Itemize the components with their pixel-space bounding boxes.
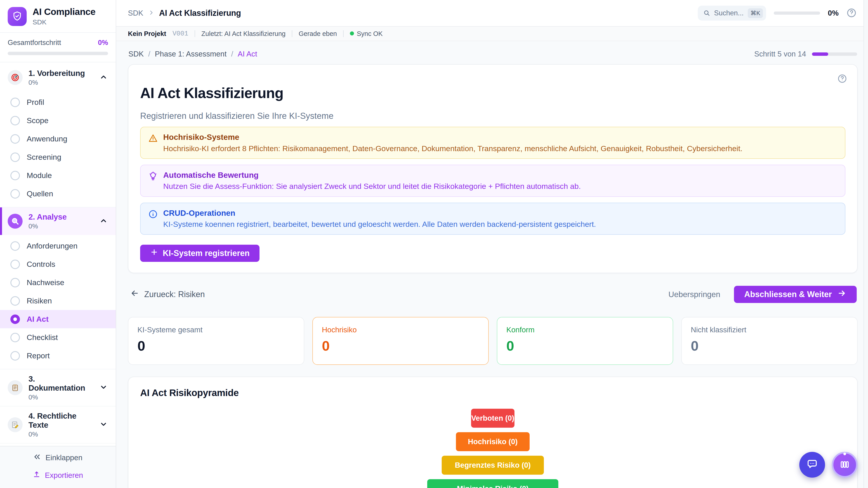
sidebar-item-label: Report xyxy=(27,351,50,360)
sidebar-item-label: Scope xyxy=(27,116,49,125)
sidebar-item-label: Nachweise xyxy=(27,278,64,287)
sidebar: AI Compliance SDK Gesamtfortschritt 0% 1… xyxy=(0,0,116,488)
sidebar-item-screening[interactable]: Screening xyxy=(0,148,116,166)
topbar-progress-bar xyxy=(774,11,820,15)
page-subtitle: Registrieren und klassifizieren Sie Ihre… xyxy=(140,111,845,121)
sidebar-item-controls[interactable]: Controls xyxy=(0,255,116,273)
stat-label: Hochrisiko xyxy=(322,326,479,334)
app-subtitle: SDK xyxy=(33,18,95,26)
radio-icon xyxy=(10,116,20,125)
overall-progress-label: Gesamtfortschritt xyxy=(8,39,61,47)
chat-fab-button[interactable] xyxy=(799,452,825,478)
sidebar-item-profil[interactable]: Profil xyxy=(0,93,116,111)
export-button[interactable]: Exportieren xyxy=(31,470,85,480)
warning-triangle-icon xyxy=(148,133,158,153)
topbar-progress-value: 0% xyxy=(828,9,839,18)
sidebar-nav: 1. Vorbereitung 0% ProfilScopeAnwendungS… xyxy=(0,62,116,446)
sidebar-item-scope[interactable]: Scope xyxy=(0,111,116,130)
radio-selected-icon xyxy=(10,315,20,324)
apps-fab-button[interactable] xyxy=(832,452,858,478)
sidebar-item-checklist[interactable]: Checklist xyxy=(0,328,116,347)
crumb-separator: / xyxy=(231,50,233,58)
chevron-down-icon xyxy=(99,383,107,392)
section-title: 1. Vorbereitung xyxy=(29,69,85,77)
last-sync-time: Gerade eben xyxy=(299,30,337,37)
risk-pyramid-card: AI Act Risikopyramide Verboten (0)Hochri… xyxy=(128,377,858,488)
sidebar-item-nachweise[interactable]: Nachweise xyxy=(0,273,116,292)
pyramid-level-hochrisiko: Hochrisiko (0) xyxy=(456,432,530,451)
crumb-current: AI Act xyxy=(238,50,257,58)
pyramid-level-verboten: Verboten (0) xyxy=(471,409,515,428)
section-header-betrieb[interactable]: ⚙ 5. Betrieb 0% xyxy=(0,444,116,446)
radio-icon xyxy=(10,153,20,162)
stat-value: 0 xyxy=(137,338,295,354)
export-label: Exportieren xyxy=(45,471,83,480)
scrollbar[interactable] xyxy=(864,0,868,488)
help-button[interactable] xyxy=(846,8,857,19)
radio-icon xyxy=(10,134,20,144)
target-icon xyxy=(8,70,23,85)
step-label: Schritt 5 von 14 xyxy=(754,50,806,58)
section-rechtliche-texte: 4. Rechtliche Texte 0% xyxy=(0,406,116,444)
section-betrieb: ⚙ 5. Betrieb 0% xyxy=(0,444,116,446)
overall-progress-value: 0% xyxy=(98,39,108,47)
register-ki-system-button[interactable]: KI-System registrieren xyxy=(140,245,259,262)
finish-next-button[interactable]: Abschliessen & Weiter xyxy=(734,286,857,303)
lightbulb-icon xyxy=(148,171,158,191)
breadcrumb-current: AI Act Klassifizierung xyxy=(159,8,241,18)
section-header-rechtliche-texte[interactable]: 4. Rechtliche Texte 0% xyxy=(0,406,116,443)
app-title: AI Compliance xyxy=(33,7,95,17)
radio-icon xyxy=(10,98,20,107)
content-area: SDK / Phase 1: Assessment / AI Act Schri… xyxy=(116,41,864,488)
search-input[interactable]: Suchen... ⌘K xyxy=(698,6,766,21)
pyramid-level-begrenztes-risiko: Begrenztes Risiko (0) xyxy=(442,456,544,475)
sidebar-item-quellen[interactable]: Quellen xyxy=(0,185,116,203)
sidebar-item-label: Profil xyxy=(27,98,44,107)
section-vorbereitung: 1. Vorbereitung 0% ProfilScopeAnwendungS… xyxy=(0,64,116,207)
last-activity: Zuletzt: AI Act Klassifizierung xyxy=(202,30,285,37)
section-header-analyse[interactable]: 2. Analyse 0% xyxy=(0,207,116,235)
sidebar-item-ai-act[interactable]: AI Act xyxy=(0,310,116,328)
section-header-vorbereitung[interactable]: 1. Vorbereitung 0% xyxy=(0,64,116,91)
stat-label: KI-Systeme gesamt xyxy=(137,326,295,334)
page-title: AI Act Klassifizierung xyxy=(140,85,845,101)
page-breadcrumb-row: SDK / Phase 1: Assessment / AI Act Schri… xyxy=(128,46,858,61)
step-indicator: Schritt 5 von 14 xyxy=(754,50,857,58)
pyramid-title: AI Act Risikopyramide xyxy=(140,387,845,398)
sidebar-item-module[interactable]: Module xyxy=(0,166,116,185)
sync-status: Sync OK xyxy=(350,30,382,37)
stat-value: 0 xyxy=(691,338,848,354)
sidebar-item-report[interactable]: Report xyxy=(0,347,116,365)
back-label: Zurueck: Risiken xyxy=(144,290,205,299)
crumb-phase[interactable]: Phase 1: Assessment xyxy=(155,50,226,58)
radio-icon xyxy=(10,260,20,269)
callout-title: CRUD-Operationen xyxy=(163,208,596,218)
skip-button[interactable]: Ueberspringen xyxy=(667,290,722,299)
divider xyxy=(343,30,344,37)
callout-body: KI-Systeme koennen registriert, bearbeit… xyxy=(163,219,596,229)
stat-hochrisiko: Hochrisiko 0 xyxy=(312,317,489,365)
crumb-separator: / xyxy=(148,50,150,58)
crumb-sdk[interactable]: SDK xyxy=(128,50,144,58)
main-column: SDK AI Act Klassifizierung Suchen... ⌘K … xyxy=(116,0,864,488)
search-placeholder: Suchen... xyxy=(714,9,744,17)
app-root: AI Compliance SDK Gesamtfortschritt 0% 1… xyxy=(0,0,868,488)
sidebar-item-risiken[interactable]: Risiken xyxy=(0,292,116,310)
breadcrumb-root[interactable]: SDK xyxy=(128,9,143,18)
chevron-right-icon xyxy=(148,10,154,17)
callout-automatische-bewertung: Automatische Bewertung Nutzen Sie die As… xyxy=(140,165,845,197)
chat-bubble-icon xyxy=(806,458,818,471)
stat-value: 0 xyxy=(322,338,479,354)
card-help-button[interactable] xyxy=(837,74,847,84)
sidebar-footer: Einklappen Exportieren xyxy=(0,446,116,488)
sidebar-item-anforderungen[interactable]: Anforderungen xyxy=(0,237,116,255)
chevron-up-icon xyxy=(99,217,107,226)
search-icon xyxy=(703,9,710,17)
sidebar-item-anwendung[interactable]: Anwendung xyxy=(0,130,116,148)
collapse-sidebar-button[interactable]: Einklappen xyxy=(32,453,84,463)
callout-hochrisiko: Hochrisiko-Systeme Hochrisiko-KI erforde… xyxy=(140,127,845,159)
radio-icon xyxy=(10,171,20,180)
back-button[interactable]: Zurueck: Risiken xyxy=(129,289,206,300)
section-header-dokumentation[interactable]: 3. Dokumentation 0% xyxy=(0,369,116,406)
sidebar-item-label: Controls xyxy=(27,260,55,269)
